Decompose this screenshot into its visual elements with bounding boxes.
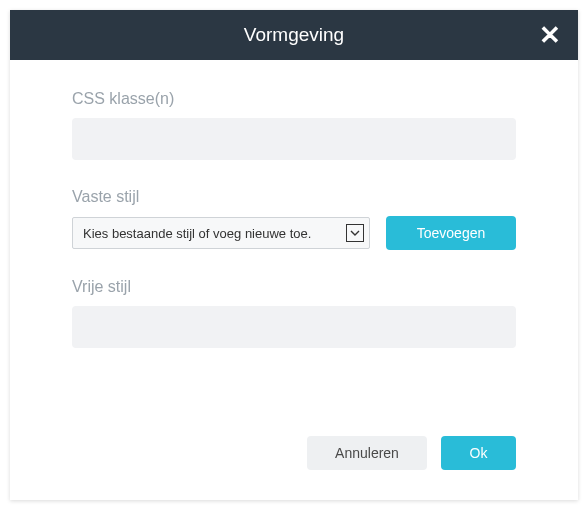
dialog-header: Vormgeving ✕ [10,10,578,60]
dialog-body: CSS klasse(n) Vaste stijl Kies bestaande… [10,60,578,436]
add-style-button[interactable]: Toevoegen [386,216,516,250]
style-select[interactable]: Kies bestaande stijl of voeg nieuwe toe. [72,217,370,249]
free-style-label: Vrije stijl [72,278,516,296]
styling-dialog: Vormgeving ✕ CSS klasse(n) Vaste stijl K… [10,10,578,500]
cancel-button[interactable]: Annuleren [307,436,427,470]
css-class-group: CSS klasse(n) [72,90,516,160]
dialog-title: Vormgeving [244,24,344,46]
fixed-style-label: Vaste stijl [72,188,516,206]
style-select-wrap: Kies bestaande stijl of voeg nieuwe toe. [72,217,370,249]
dialog-footer: Annuleren Ok [10,436,578,500]
free-style-input[interactable] [72,306,516,348]
close-button[interactable]: ✕ [536,21,564,49]
fixed-style-row: Kies bestaande stijl of voeg nieuwe toe.… [72,216,516,250]
free-style-group: Vrije stijl [72,278,516,348]
close-icon: ✕ [539,22,561,48]
css-class-label: CSS klasse(n) [72,90,516,108]
css-class-input[interactable] [72,118,516,160]
ok-button[interactable]: Ok [441,436,516,470]
style-select-placeholder: Kies bestaande stijl of voeg nieuwe toe. [83,226,311,241]
fixed-style-group: Vaste stijl Kies bestaande stijl of voeg… [72,188,516,250]
